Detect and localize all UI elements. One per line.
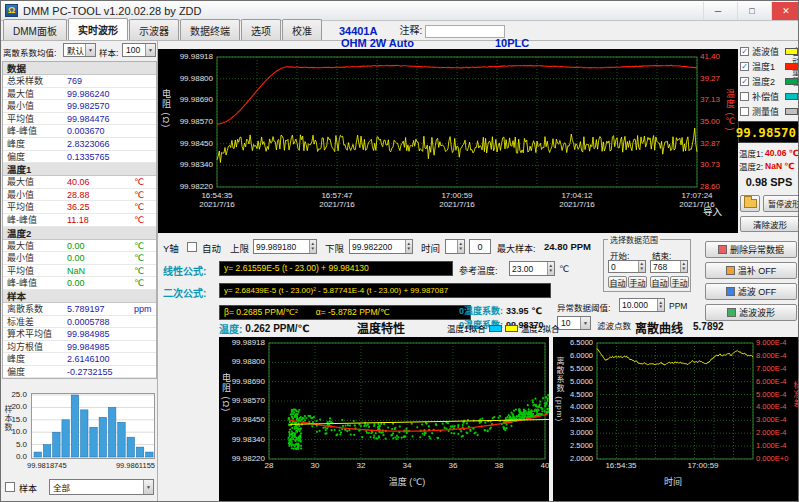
range-start-manual-button[interactable]: 手动: [628, 276, 647, 288]
axis-tick: 5.0000: [561, 378, 593, 386]
histogram-bar: [118, 422, 126, 457]
axis-tick: 10.0: [5, 428, 27, 436]
spinner-arrows-icon[interactable]: ▲▼: [405, 240, 412, 253]
axis-tick: 3.000E-4: [756, 416, 790, 424]
pause-waveform-button[interactable]: 暂停波形: [763, 195, 799, 212]
legend-checkbox[interactable]: ✓: [740, 77, 749, 86]
range-start-auto-button[interactable]: 自动: [608, 276, 627, 288]
legend-item[interactable]: ✓温度1: [740, 60, 798, 72]
tab-4[interactable]: 选项: [241, 19, 281, 40]
time-spinner[interactable]: ▲▼: [445, 239, 465, 254]
threshold-label: 异常数据阈值:: [557, 301, 610, 313]
histogram-bar: [53, 432, 61, 457]
spinner-arrows-icon[interactable]: ▲▼: [657, 299, 664, 311]
delete-outliers-button[interactable]: 删除异常数据: [705, 241, 797, 258]
axis-tick: 35.00: [700, 118, 724, 126]
note-input[interactable]: [425, 25, 505, 38]
spinner-arrows-icon[interactable]: ▲▼: [547, 262, 554, 275]
legend-item[interactable]: ✓温度2: [740, 75, 798, 87]
stat-section-title: 温度2: [3, 227, 156, 240]
linear-formula-display: y= 2.61559E-5 (t - 23.00) + 99.984130: [219, 261, 453, 276]
histogram-bar: [62, 420, 70, 457]
axis-tick: 99.98340: [227, 436, 265, 444]
axis-tick: 28: [260, 462, 278, 470]
window-title: DMM PC-TOOL v1.20.02.28 by ZDD: [23, 5, 698, 17]
legend-checkbox[interactable]: ✓: [740, 47, 749, 56]
ref-temp-label: 参考温度:: [459, 264, 498, 277]
plc-label: 10PLC: [495, 37, 529, 49]
spinner-arrows-icon[interactable]: ▲▼: [680, 261, 687, 272]
time-axis-tick: 16:54:352021/7/16: [189, 191, 245, 209]
axis-tick: 38: [490, 462, 508, 470]
range-end-manual-button[interactable]: 手动: [670, 276, 689, 288]
lower-limit-spinner[interactable]: 99.982200▲▼: [349, 239, 413, 254]
tab-0[interactable]: DMM面板: [3, 19, 67, 40]
legend-item[interactable]: ✓滤波值: [740, 45, 798, 57]
legend-item[interactable]: 补偿值: [740, 90, 798, 102]
legend-color-swatch: [785, 63, 798, 70]
legend-checkbox[interactable]: [740, 92, 749, 101]
data-range-title: 选择数据范围: [608, 234, 660, 245]
mean-select[interactable]: 默认: [63, 43, 96, 57]
linear-formula-label: 线性公式:: [163, 263, 206, 278]
tab-2[interactable]: 示波器: [129, 19, 179, 40]
axis-tick: 41.40: [700, 53, 724, 61]
close-button[interactable]: ✕: [771, 2, 799, 20]
spinner-arrows-icon[interactable]: ▲▼: [457, 240, 464, 253]
axis-tick: 37.13: [700, 96, 724, 104]
temp-comp-button[interactable]: 温补 OFF: [705, 262, 797, 279]
upper-limit-spinner[interactable]: 99.989180▲▼: [253, 239, 317, 254]
spinner-arrows-icon[interactable]: ▲▼: [309, 240, 316, 253]
tab-1[interactable]: 实时波形: [68, 18, 128, 40]
filter-waveform-button[interactable]: 滤波波形: [705, 304, 797, 321]
time-axis-tick: 16:57:472021/7/16: [309, 191, 365, 209]
sample-count-select[interactable]: 100: [122, 43, 156, 57]
stat-row: 峰-峰值0.003670: [3, 125, 156, 138]
legend-checkbox[interactable]: [740, 107, 749, 116]
fit-legend-1: 温度1拟合: [447, 322, 486, 334]
ref-temp-spinner[interactable]: 23.00▲▼: [509, 261, 555, 276]
upper-limit-label: 上限: [230, 241, 249, 255]
range-end-spinner[interactable]: 768▲▼: [650, 260, 688, 273]
threshold-spinner[interactable]: 10.000▲▼: [619, 298, 665, 312]
legend-item[interactable]: 测量值: [740, 105, 798, 117]
clear-waveform-button[interactable]: 清除波形: [740, 216, 799, 232]
hist-xtick-left: 99.9818745: [27, 461, 67, 470]
stat-row: 峰度2.6146100: [3, 353, 156, 366]
time-value-box[interactable]: 0: [469, 239, 491, 254]
spinner-arrows-icon[interactable]: ▲▼: [638, 261, 645, 272]
minimize-button[interactable]: ─: [703, 2, 732, 20]
tab-5[interactable]: 校准: [282, 19, 322, 40]
stat-row: 最小值99.982570: [3, 100, 156, 113]
stat-row: 偏度0.1335765: [3, 151, 156, 164]
hist-sample-checkbox[interactable]: [5, 482, 15, 492]
axis-tick: 99.98570: [169, 118, 213, 126]
maximize-button[interactable]: □: [737, 2, 766, 20]
stat-row: 最大值99.986240: [3, 88, 156, 101]
hist-range-select[interactable]: 全部: [49, 479, 154, 495]
measurement-display: 99.98570: [738, 121, 799, 143]
import-folder-button[interactable]: [740, 195, 760, 212]
axis-tick: 99.98918: [227, 339, 265, 347]
axis-tick: 99.98340: [169, 161, 213, 169]
range-start-spinner[interactable]: 0▲▼: [608, 260, 646, 273]
range-end-auto-button[interactable]: 自动: [650, 276, 669, 288]
lower-limit-label: 下限: [325, 241, 344, 255]
tab-3[interactable]: 数据终端: [180, 19, 240, 40]
legend-checkbox[interactable]: ✓: [740, 62, 749, 71]
app-window: Ω DMM PC-TOOL v1.20.02.28 by ZDD ─ □ ✕ D…: [0, 0, 799, 502]
stat-row: 最小值28.88℃: [3, 189, 156, 202]
data-range-group: 选择数据范围 开始: 0▲▼ 自动 手动 结束: 768▲▼ 自动 手动: [603, 234, 691, 292]
fit-legend: 温度1拟合 温度2拟合: [447, 322, 559, 334]
y-axis-checkbox[interactable]: [187, 242, 197, 252]
axis-tick: 6.5000: [561, 339, 593, 347]
stat-section-title: 温度1: [3, 163, 156, 176]
filter-icon: [726, 287, 735, 296]
histogram-bar: [34, 452, 42, 457]
filter-points-select[interactable]: 10: [557, 316, 591, 330]
axis-tick: 99.98220: [169, 183, 213, 191]
dispersion-title: 离散曲线: [635, 319, 683, 336]
filter-button[interactable]: 滤波 OFF: [705, 283, 797, 300]
stat-row: 标准差0.0005788: [3, 316, 156, 329]
scatter-title: 温度特性: [357, 319, 405, 336]
